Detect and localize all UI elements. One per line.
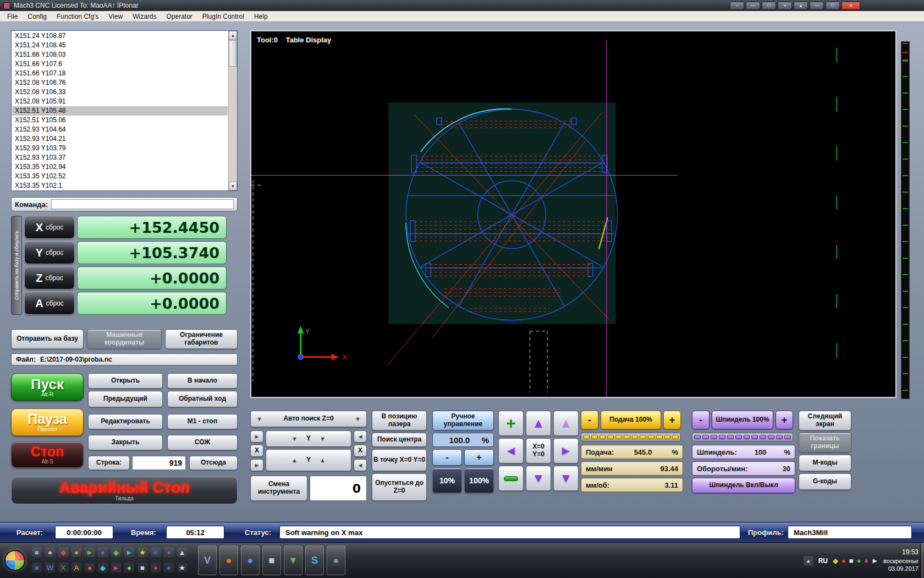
manual-control-button[interactable]: Ручное управление bbox=[432, 411, 494, 430]
feed-hold-button[interactable]: Пауза Пробел bbox=[11, 408, 84, 436]
find-center-button[interactable]: Поиск центра bbox=[372, 433, 427, 447]
menu-item-help[interactable]: Help bbox=[249, 13, 273, 20]
feed-minus-button[interactable]: - bbox=[581, 411, 598, 429]
minimize-button[interactable]: — bbox=[746, 2, 760, 10]
menu-item-wizards[interactable]: Wizards bbox=[128, 13, 161, 20]
show-desktop-button[interactable] bbox=[920, 543, 924, 578]
menu-item-view[interactable]: View bbox=[103, 13, 128, 20]
tracking-screen-button[interactable]: Следящий экран bbox=[799, 411, 851, 430]
goto-y-max-button[interactable]: ▲ bbox=[553, 411, 579, 436]
overlay-panel-button[interactable]: ▪ bbox=[778, 2, 792, 10]
overlay-up-button[interactable]: ▴ bbox=[794, 2, 808, 10]
scroll-thumb[interactable] bbox=[229, 40, 237, 67]
xy-zero-button[interactable]: X=0 Y=0 bbox=[526, 438, 551, 464]
spindle-toggle-button[interactable]: Шпиндель Вкл/Выкл bbox=[692, 478, 795, 493]
taskbar-icon[interactable]: ● bbox=[72, 547, 81, 557]
lower-to-z-zero-button[interactable]: Опуститься до Z=0 bbox=[372, 473, 427, 501]
ref-y-minus-button[interactable]: ▼ bbox=[526, 466, 551, 491]
menu-item-file[interactable]: File bbox=[2, 13, 23, 20]
taskbar-icon[interactable]: ► bbox=[124, 547, 134, 557]
z-reset-button[interactable]: Z сброс bbox=[24, 266, 75, 290]
ref-x-plus-button[interactable]: ► bbox=[553, 438, 579, 464]
taskbar-icon[interactable]: A bbox=[72, 563, 81, 572]
goto-xy-zero-button[interactable]: В точку X=0 Y=0 bbox=[372, 449, 427, 471]
start-button[interactable] bbox=[4, 550, 25, 571]
tray-icon[interactable]: ♦ bbox=[865, 557, 868, 565]
table-level-button[interactable] bbox=[498, 466, 524, 491]
gcode-line[interactable]: X152.93 Y103.37 bbox=[12, 153, 228, 162]
jog-x-minus-step-button[interactable]: ◄ bbox=[354, 459, 367, 471]
spindle-minus-button[interactable]: - bbox=[692, 411, 710, 429]
pin-button[interactable]: ◦ bbox=[730, 2, 744, 10]
home-and-zero-chip[interactable]: Отправить на базу и обнулить bbox=[11, 216, 22, 315]
restore-2-button[interactable]: □ bbox=[826, 2, 840, 10]
gcode-line[interactable]: X151.66 Y107.6 bbox=[12, 59, 228, 69]
menu-item-operator[interactable]: Operator bbox=[162, 13, 197, 20]
jog-100-percent-button[interactable]: 100% bbox=[464, 468, 494, 493]
gcode-line[interactable]: X151.66 Y108.03 bbox=[12, 50, 228, 59]
close-button[interactable]: × bbox=[842, 2, 860, 10]
taskbar-app-button[interactable]: ▼ bbox=[284, 546, 302, 575]
g-codes-button[interactable]: G-коды bbox=[799, 473, 851, 490]
taskbar-icon[interactable]: ★ bbox=[138, 547, 147, 557]
keyboard-language[interactable]: RU bbox=[818, 557, 828, 565]
gcode-line[interactable]: X152.93 Y104.21 bbox=[12, 134, 228, 144]
gcode-line[interactable]: X153.35 Y102.94 bbox=[12, 162, 228, 172]
taskbar-icon[interactable]: ● bbox=[164, 547, 174, 557]
taskbar-app-button[interactable]: ● bbox=[327, 546, 345, 575]
jog-x-axis-button[interactable]: X bbox=[354, 445, 367, 457]
emergency-stop-button[interactable]: Аварийный Стоп Тильда bbox=[11, 477, 238, 504]
gcode-line[interactable]: X151.24 Y108.87 bbox=[12, 31, 228, 41]
taskbar-icon[interactable]: ■ bbox=[32, 547, 42, 557]
menu-item-function-cfg-s[interactable]: Function Cfg's bbox=[52, 13, 103, 20]
edit-gcode-button[interactable]: Редактировать bbox=[88, 414, 163, 429]
taskbar-icon[interactable]: ● bbox=[98, 547, 108, 557]
gcode-line[interactable]: X152.93 Y103.79 bbox=[12, 144, 228, 153]
jog-x-plus-button[interactable]: ► bbox=[250, 430, 263, 443]
auto-z-probe-button[interactable]: ▼ Авто поиск Z=0 ▼ bbox=[250, 411, 367, 427]
taskbar-icon[interactable]: X bbox=[58, 563, 68, 572]
taskbar-app-button[interactable]: ● bbox=[219, 546, 238, 575]
close-file-button[interactable]: Закрыть bbox=[88, 435, 163, 450]
a-dro-display[interactable]: +0.0000 bbox=[77, 292, 227, 315]
taskbar-icon[interactable]: ◆ bbox=[98, 563, 108, 572]
scroll-down-icon[interactable]: ▼ bbox=[229, 182, 237, 190]
taskbar-icon[interactable]: ◆ bbox=[111, 547, 121, 557]
jog-y-minus-button[interactable]: ▼ Y ▼ bbox=[266, 430, 351, 447]
taskbar-icon[interactable]: ◆ bbox=[58, 547, 68, 557]
tray-icon[interactable]: ► bbox=[871, 557, 878, 565]
spindle-plus-button[interactable]: + bbox=[776, 411, 793, 429]
taskbar-icon[interactable]: ● bbox=[45, 547, 55, 557]
previous-line-button[interactable]: Предыдущий bbox=[88, 391, 163, 407]
jog-percent-plus-button[interactable]: + bbox=[464, 449, 494, 466]
ref-y-plus-button[interactable]: ▲ bbox=[526, 411, 551, 436]
cycle-start-button[interactable]: Пуск Alt-R bbox=[11, 373, 84, 401]
taskbar-icon[interactable]: W bbox=[45, 563, 55, 572]
taskbar-icon[interactable]: ► bbox=[85, 547, 95, 557]
y-dro-display[interactable]: +105.3740 bbox=[77, 241, 227, 264]
gcode-line[interactable]: X151.66 Y107.18 bbox=[12, 69, 228, 78]
scroll-up-icon[interactable]: ▲ bbox=[229, 31, 237, 40]
toolpath-display[interactable]: Y X Tool:0 Table Display bbox=[250, 30, 897, 398]
line-number-field[interactable]: 919 bbox=[132, 456, 186, 470]
taskbar-icon[interactable]: ● bbox=[164, 563, 174, 572]
gcode-line[interactable]: X153.35 Y102.1 bbox=[12, 181, 228, 190]
feed-reset-button[interactable]: Подача 100% bbox=[601, 411, 661, 429]
coolant-button[interactable]: СОЖ bbox=[167, 435, 238, 450]
feed-plus-button[interactable]: + bbox=[663, 411, 681, 429]
restore-button[interactable]: □ bbox=[762, 2, 776, 10]
x-dro-display[interactable]: +152.4450 bbox=[77, 216, 227, 239]
gcode-scrollbar[interactable]: ▲ ▼ bbox=[228, 31, 237, 190]
gcode-line[interactable]: X152.08 Y106.33 bbox=[12, 88, 228, 97]
taskbar-icon[interactable]: ► bbox=[111, 563, 121, 572]
minimize-2-button[interactable]: — bbox=[810, 2, 824, 10]
gcode-line[interactable]: X152.51 Y105.06 bbox=[12, 116, 228, 125]
taskbar-app-button[interactable]: ● bbox=[241, 546, 260, 575]
taskbar-icon[interactable]: ● bbox=[124, 563, 134, 572]
goto-laser-position-button[interactable]: В позицию лазера bbox=[372, 411, 427, 430]
spindle-reset-button[interactable]: Шпиндель 100% bbox=[712, 411, 773, 429]
goto-home-button[interactable]: Отправить на базу bbox=[11, 329, 84, 349]
tray-icon[interactable]: ● bbox=[842, 557, 846, 565]
z-dro-display[interactable]: +0.0000 bbox=[77, 266, 227, 290]
m1-stop-button[interactable]: М1 - стоп bbox=[167, 414, 238, 429]
